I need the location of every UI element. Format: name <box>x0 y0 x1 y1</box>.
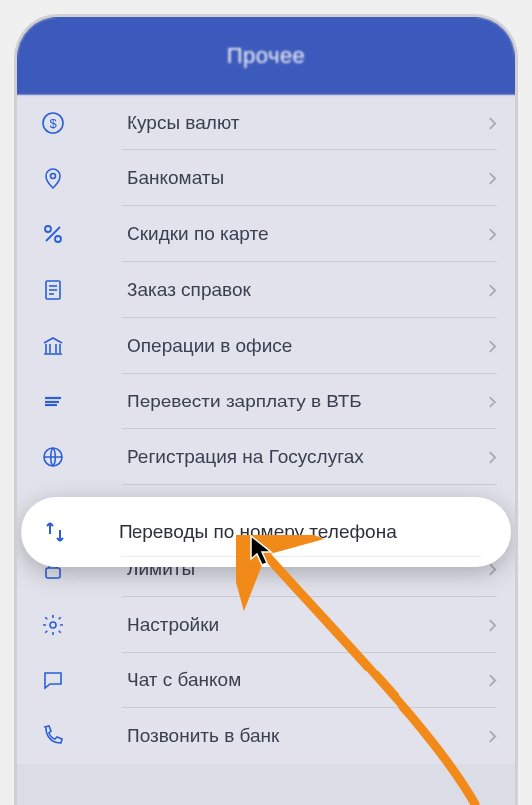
screen: Прочее $ Курсы валют Банкоматы <box>17 17 515 805</box>
chevron-right-icon <box>487 394 497 409</box>
bank-icon <box>39 332 67 360</box>
gear-icon <box>39 611 67 639</box>
menu-item-salary[interactable]: Перевести зарплату в ВТБ <box>17 374 515 429</box>
menu-label: Регистрация на Госуслугах <box>127 446 487 468</box>
menu-item-call[interactable]: Позвонить в банк <box>17 708 515 764</box>
menu-label: Банкоматы <box>127 167 487 189</box>
menu-label: Операции в офисе <box>127 335 487 357</box>
chat-icon <box>39 667 67 694</box>
menu-item-settings[interactable]: Настройки <box>17 597 515 653</box>
chevron-right-icon <box>487 338 497 354</box>
chevron-right-icon <box>487 672 497 688</box>
chevron-right-icon <box>487 282 497 298</box>
svg-line-5 <box>46 227 60 241</box>
menu-label: Перевести зарплату в ВТБ <box>127 391 487 412</box>
menu-item-phone-transfer-highlighted[interactable]: Переводы по номеру телефона <box>21 497 511 567</box>
menu-item-rates[interactable]: $ Курсы валют <box>17 95 515 150</box>
chevron-right-icon <box>487 170 497 186</box>
svg-point-4 <box>55 236 61 242</box>
phone-frame: Прочее $ Курсы валют Банкоматы <box>14 14 518 805</box>
menu-item-certs[interactable]: Заказ справок <box>17 262 515 318</box>
chevron-right-icon <box>487 226 497 242</box>
menu-label: Переводы по номеру телефона <box>119 521 489 543</box>
gosuslugi-icon <box>39 443 67 471</box>
menu-item-discounts[interactable]: Скидки по карте <box>17 206 515 262</box>
divider <box>122 484 497 485</box>
menu-label: Скидки по карте <box>127 223 487 245</box>
menu-label: Чат с банком <box>127 670 487 691</box>
phone-icon <box>39 722 67 750</box>
chevron-right-icon <box>487 449 497 465</box>
svg-text:$: $ <box>49 116 57 131</box>
menu-item-office[interactable]: Операции в офисе <box>17 318 515 374</box>
svg-point-3 <box>45 226 51 232</box>
currency-icon: $ <box>39 109 67 136</box>
menu-item-chat[interactable]: Чат с банком <box>17 653 515 708</box>
menu-label: Курсы валют <box>127 112 487 134</box>
chevron-right-icon <box>487 115 497 131</box>
chevron-right-icon <box>487 617 497 633</box>
menu-item-atms[interactable]: Банкоматы <box>17 150 515 206</box>
svg-rect-19 <box>46 568 60 578</box>
location-pin-icon <box>39 164 67 192</box>
svg-point-20 <box>50 622 56 628</box>
menu-label: Позвонить в банк <box>127 725 487 747</box>
chevron-right-icon <box>487 728 497 744</box>
svg-point-2 <box>51 174 56 179</box>
divider <box>121 556 481 557</box>
transfer-icon <box>39 388 67 415</box>
arrows-exchange-icon <box>41 518 69 546</box>
menu-item-gosuslugi[interactable]: Регистрация на Госуслугах <box>17 429 515 485</box>
menu-label: Заказ справок <box>127 279 487 301</box>
menu-label: Настройки <box>127 614 487 636</box>
document-icon <box>39 276 67 304</box>
percent-icon <box>39 220 67 248</box>
menu-list: $ Курсы валют Банкоматы Скидк <box>17 95 515 764</box>
